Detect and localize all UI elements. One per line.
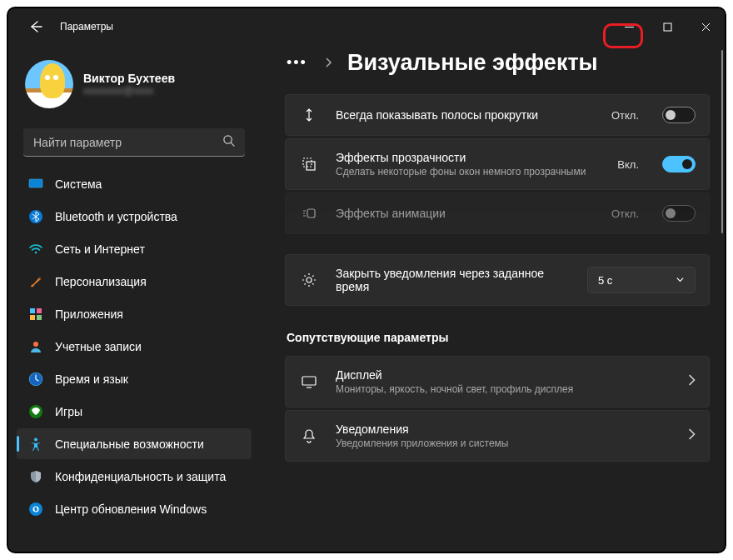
svg-rect-18	[307, 209, 315, 218]
setting-transparency[interactable]: Эффекты прозрачности Сделать некоторые ф…	[285, 138, 710, 190]
profile-block[interactable]: Виктор Бухтеев xxxxxxxx@xxxx	[15, 45, 253, 123]
bluetooth-icon	[28, 209, 43, 224]
svg-rect-9	[37, 315, 42, 320]
sidebar-item-bluetooth[interactable]: Bluetooth и устройства	[17, 201, 252, 232]
dismiss-time-select[interactable]: 5 с	[587, 267, 696, 293]
related-subtitle: Уведомления приложения и системы	[336, 438, 671, 449]
sidebar-item-accessibility[interactable]: Специальные возможности	[17, 428, 252, 459]
wifi-icon	[28, 242, 43, 257]
profile-email: xxxxxxxx@xxxx	[83, 85, 175, 97]
toggle-scrollbars[interactable]	[662, 107, 696, 123]
avatar	[25, 60, 73, 108]
sidebar-item-gaming[interactable]: Игры	[17, 396, 252, 427]
chevron-down-icon	[676, 274, 685, 287]
sidebar-item-label: Игры	[55, 405, 82, 418]
sidebar-item-label: Специальные возможности	[55, 438, 204, 451]
setting-title: Всегда показывать полосы прокрутки	[336, 108, 595, 122]
sidebar-item-label: Время и язык	[55, 372, 128, 386]
breadcrumb-overflow-button[interactable]: •••	[285, 51, 309, 75]
sidebar-item-label: Конфиденциальность и защита	[55, 470, 226, 483]
svg-rect-16	[303, 158, 312, 167]
toggle-state-label: Откл.	[611, 109, 639, 122]
related-title: Уведомления	[336, 422, 671, 436]
maximize-button[interactable]	[648, 13, 686, 40]
setting-subtitle: Сделать некоторые фоны окон немного проз…	[336, 166, 601, 178]
setting-dismiss-notifications[interactable]: Закрыть уведомления через заданное время…	[285, 254, 710, 306]
profile-name: Виктор Бухтеев	[83, 72, 175, 85]
sidebar-item-privacy[interactable]: Конфиденциальность и защита	[17, 461, 252, 492]
related-display[interactable]: Дисплей Мониторы, яркость, ночной свет, …	[285, 356, 710, 408]
animation-icon	[299, 205, 319, 222]
sidebar-item-system[interactable]: Система	[17, 168, 252, 199]
sidebar-item-label: Bluetooth и устройства	[55, 210, 177, 223]
svg-point-19	[307, 278, 312, 282]
sidebar-item-label: Учетные записи	[55, 340, 142, 353]
search-input[interactable]	[33, 136, 195, 149]
related-subtitle: Мониторы, яркость, ночной свет, профиль …	[336, 383, 671, 395]
sidebar-item-update[interactable]: Центр обновления Windows	[17, 493, 252, 524]
related-heading: Сопутствующие параметры	[287, 331, 716, 344]
svg-point-10	[33, 342, 38, 347]
page-title: Визуальные эффекты	[347, 50, 598, 76]
svg-point-15	[29, 502, 42, 516]
svg-rect-7	[37, 308, 42, 313]
settings-window: Параметры Виктор Бухтеев xxxxxxxx@xxxx	[7, 7, 726, 553]
svg-rect-17	[307, 162, 315, 170]
svg-rect-2	[29, 179, 42, 188]
sidebar-item-time-language[interactable]: Время и язык	[17, 363, 252, 394]
sidebar-item-label: Центр обновления Windows	[55, 502, 207, 516]
chevron-right-icon	[687, 428, 696, 443]
minimize-button[interactable]	[610, 13, 648, 40]
sidebar-item-accounts[interactable]: Учетные записи	[17, 331, 252, 362]
setting-title: Эффекты анимации	[336, 207, 595, 220]
sidebar-item-label: Персонализация	[55, 275, 147, 288]
update-icon	[28, 502, 43, 517]
setting-title: Закрыть уведомления через заданное время	[336, 267, 571, 293]
svg-point-5	[35, 251, 37, 253]
setting-animation: Эффекты анимации Откл.	[285, 192, 710, 234]
search-box[interactable]	[23, 128, 245, 157]
system-icon	[28, 177, 43, 192]
svg-rect-0	[664, 23, 671, 31]
nav-list: Система Bluetooth и устройства Сеть и Ин…	[15, 168, 253, 524]
toggle-state-label: Вкл.	[617, 158, 639, 171]
svg-point-14	[34, 438, 37, 441]
sidebar: Виктор Бухтеев xxxxxxxx@xxxx Систем	[8, 45, 260, 552]
close-button[interactable]	[686, 13, 725, 40]
toggle-transparency[interactable]	[662, 156, 696, 172]
brush-icon	[28, 274, 43, 289]
chevron-right-icon	[324, 56, 332, 71]
main-panel: ••• Визуальные эффекты Всегда показывать…	[260, 45, 725, 552]
display-icon	[299, 373, 319, 390]
sidebar-item-label: Сеть и Интернет	[55, 242, 145, 256]
gaming-icon	[28, 404, 43, 419]
title-bar: Параметры	[8, 8, 725, 45]
search-icon	[222, 134, 235, 150]
brightness-icon	[299, 272, 319, 288]
shield-icon	[28, 469, 43, 484]
setting-title: Эффекты прозрачности	[336, 151, 601, 164]
sidebar-item-personalization[interactable]: Персонализация	[17, 266, 252, 297]
scrollbar-icon	[299, 107, 319, 123]
sidebar-item-network[interactable]: Сеть и Интернет	[17, 233, 252, 264]
bell-icon	[299, 428, 319, 444]
select-value: 5 с	[598, 274, 612, 287]
svg-rect-20	[302, 377, 316, 385]
accessibility-icon	[28, 437, 43, 452]
back-button[interactable]	[23, 14, 48, 39]
apps-icon	[28, 307, 43, 322]
breadcrumb: ••• Визуальные эффекты	[285, 50, 716, 76]
scrollbar[interactable]	[721, 50, 723, 547]
svg-rect-8	[30, 315, 35, 320]
sidebar-item-label: Система	[55, 178, 102, 191]
svg-rect-6	[30, 308, 35, 313]
setting-scrollbars[interactable]: Всегда показывать полосы прокрутки Откл.	[285, 94, 710, 136]
related-title: Дисплей	[336, 368, 671, 382]
chevron-right-icon	[687, 374, 696, 389]
sidebar-item-apps[interactable]: Приложения	[17, 298, 252, 329]
window-title: Параметры	[60, 21, 113, 32]
related-notifications[interactable]: Уведомления Уведомления приложения и сис…	[285, 410, 710, 462]
clock-globe-icon	[28, 372, 43, 387]
sidebar-item-label: Приложения	[55, 308, 123, 321]
svg-point-1	[224, 136, 232, 143]
